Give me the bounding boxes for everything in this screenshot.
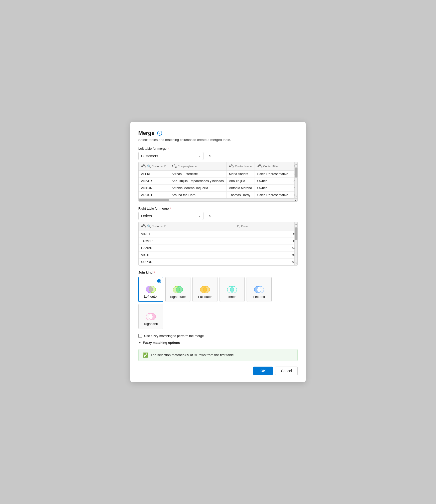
table-row[interactable]: SUPRD12 <box>139 258 297 265</box>
fuzzy-options-chevron-icon: ► <box>138 341 141 344</box>
table-row[interactable]: ANTONAntonio Moreno TaqueríaAntonio More… <box>139 185 298 192</box>
left-col-contacttitle[interactable]: ABC ContactTitle <box>255 162 291 170</box>
table-row[interactable]: TOMSP6 <box>139 237 297 244</box>
table-row[interactable]: ALFKIAlfreds FutterkisteMaria AndersSale… <box>139 171 298 178</box>
right-table-label: Right table for merge * <box>138 207 298 210</box>
join-option-left-anti-label: Left anti <box>253 295 265 299</box>
table-row[interactable]: ANATRAna Trujillo Emparedados y heladosA… <box>139 178 298 185</box>
venn-right-anti-icon <box>145 313 156 320</box>
left-table-container: ABC 🔍 CustomerID ABC CompanyName <box>138 162 298 202</box>
merge-dialog: Merge ? Select tables and matching colum… <box>130 122 306 382</box>
join-option-inner-label: Inner <box>228 295 236 299</box>
svg-point-3 <box>176 286 183 293</box>
venn-left-anti-icon <box>254 286 265 293</box>
right-col-count[interactable]: 123 Count <box>234 222 297 230</box>
vscroll-down-arrow-icon[interactable]: ▼ <box>295 194 297 198</box>
join-option-right-anti[interactable]: Right anti <box>138 304 163 329</box>
left-table-dropdown[interactable]: Customers ⌄ <box>138 152 203 160</box>
vscroll-thumb <box>295 167 297 178</box>
right-col-customerid[interactable]: ABC 🔍 CustomerID <box>139 222 234 230</box>
join-option-left-anti[interactable]: Left anti <box>247 277 272 302</box>
left-table: ABC 🔍 CustomerID ABC CompanyName <box>139 162 298 198</box>
table-row[interactable]: HANAR14 <box>139 244 297 251</box>
venn-full-outer-icon <box>199 286 210 293</box>
radio-selected-icon <box>157 279 161 283</box>
left-table-required: * <box>167 147 169 150</box>
left-table-hscroll-thumb <box>139 199 169 201</box>
right-table-vscroll[interactable]: ▲ ▼ <box>294 222 297 265</box>
hscroll-right-arrow-icon[interactable]: ▶ <box>293 199 297 201</box>
right-table-dropdown[interactable]: Orders ⌄ <box>138 212 203 220</box>
join-option-full-outer-label: Full outer <box>198 295 212 299</box>
right-table-chevron-icon: ⌄ <box>198 214 201 218</box>
left-col-companyname[interactable]: ABC CompanyName <box>169 162 226 170</box>
left-table-vscroll[interactable]: ▲ ▼ <box>294 162 297 198</box>
left-col-customerid[interactable]: ABC 🔍 CustomerID <box>139 162 169 170</box>
right-table-refresh-button[interactable]: ↻ <box>206 212 213 220</box>
right-table-required: * <box>170 207 171 210</box>
right-vscroll-up-icon[interactable]: ▲ <box>295 222 297 226</box>
left-table-refresh-button[interactable]: ↻ <box>206 152 213 160</box>
fuzzy-options-label: Fuzzy matching options <box>143 341 180 345</box>
left-table-chevron-icon: ⌄ <box>198 154 201 158</box>
left-table-hscroll[interactable]: ▶ <box>139 198 297 201</box>
venn-inner-icon <box>227 286 238 293</box>
help-icon[interactable]: ? <box>157 131 162 136</box>
dialog-footer: OK Cancel <box>138 367 298 375</box>
join-option-left-outer-label: Left outer <box>144 295 158 299</box>
right-vscroll-thumb <box>295 227 297 240</box>
join-kind-label: Join kind * <box>138 271 298 274</box>
fuzzy-matching-row: Use fuzzy matching to perform the merge <box>138 334 298 338</box>
join-options-group: Left outer Right outer Full outer <box>138 277 298 329</box>
dialog-title: Merge <box>138 130 155 136</box>
search-icon: 🔍 <box>147 164 151 168</box>
search-icon: 🔍 <box>147 224 151 228</box>
venn-left-outer-icon <box>145 286 156 293</box>
match-info-check-icon: ✅ <box>143 352 148 358</box>
left-col-contactname[interactable]: ABC ContactName <box>226 162 255 170</box>
right-vscroll-down-icon[interactable]: ▼ <box>295 261 297 265</box>
left-table-label: Left table for merge * <box>138 147 298 150</box>
svg-point-5 <box>203 286 210 293</box>
venn-right-outer-icon <box>172 286 183 293</box>
match-info-text: The selection matches 89 of 91 rows from… <box>151 353 234 357</box>
right-table: ABC 🔍 CustomerID 123 Count VI <box>139 222 297 265</box>
table-row[interactable]: VICTE10 <box>139 251 297 258</box>
join-option-left-outer[interactable]: Left outer <box>138 277 163 302</box>
ok-button[interactable]: OK <box>253 367 273 375</box>
dialog-subtitle: Select tables and matching columns to cr… <box>138 138 298 142</box>
fuzzy-matching-checkbox[interactable] <box>138 334 142 338</box>
fuzzy-matching-label: Use fuzzy matching to perform the merge <box>144 334 204 338</box>
join-option-right-outer[interactable]: Right outer <box>165 277 190 302</box>
fuzzy-options-row[interactable]: ► Fuzzy matching options <box>138 341 298 345</box>
vscroll-up-arrow-icon[interactable]: ▲ <box>295 162 297 166</box>
table-row[interactable]: VINET5 <box>139 230 297 237</box>
join-option-right-outer-label: Right outer <box>170 295 186 299</box>
join-option-full-outer[interactable]: Full outer <box>192 277 217 302</box>
table-row[interactable]: AROUTAround the HornThomas HardySales Re… <box>139 192 298 199</box>
right-table-container: ABC 🔍 CustomerID 123 Count VI <box>138 222 298 266</box>
match-info-banner: ✅ The selection matches 89 of 91 rows fr… <box>138 349 298 361</box>
join-option-inner[interactable]: Inner <box>220 277 245 302</box>
join-option-right-anti-label: Right anti <box>144 322 158 326</box>
svg-point-1 <box>149 286 156 293</box>
cancel-button[interactable]: Cancel <box>275 367 298 375</box>
